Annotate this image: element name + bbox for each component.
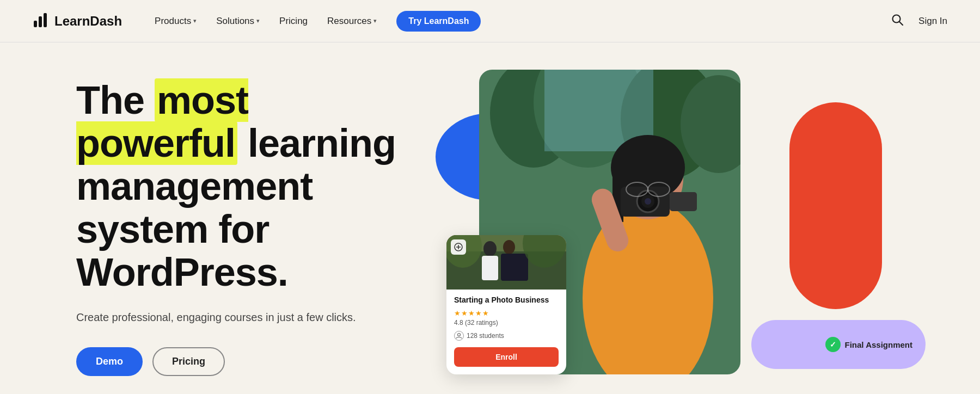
logo-icon — [33, 11, 50, 32]
nav-products[interactable]: Products ▾ — [155, 16, 197, 27]
svg-rect-0 — [34, 21, 37, 27]
svg-point-32 — [458, 334, 461, 336]
svg-rect-28 — [501, 254, 528, 281]
logo-text: LearnDash — [54, 14, 122, 29]
nav-right: Sign In — [891, 14, 947, 29]
logo[interactable]: LearnDash — [33, 11, 122, 32]
svg-rect-26 — [482, 256, 498, 280]
svg-point-19 — [645, 198, 651, 205]
check-icon: ✓ — [825, 337, 841, 352]
hero-section: The most powerful learning management sy… — [0, 42, 980, 394]
course-rating: 4.8 (32 ratings) — [454, 319, 559, 327]
enroll-button[interactable]: Enroll — [454, 347, 559, 367]
hero-buttons: Demo Pricing — [76, 347, 414, 376]
nav-try-learndash[interactable]: Try LearnDash — [396, 11, 481, 32]
signin-link[interactable]: Sign In — [918, 16, 947, 27]
svg-rect-2 — [44, 13, 47, 27]
final-assignment-badge: ✓ Final Assignment — [751, 320, 926, 369]
pricing-button[interactable]: Pricing — [152, 347, 225, 376]
navbar: LearnDash Products ▾ Solutions ▾ Pricing… — [0, 0, 980, 42]
hero-title: The most powerful learning management sy… — [76, 79, 414, 294]
course-card: Starting a Photo Business ★★★★★ 4.8 (32 … — [446, 235, 566, 374]
search-button[interactable] — [891, 14, 903, 29]
svg-line-4 — [899, 22, 903, 25]
svg-point-27 — [503, 240, 515, 254]
hero-content: The most powerful learning management sy… — [76, 79, 414, 377]
nav-resources[interactable]: Resources ▾ — [327, 16, 377, 27]
resources-chevron-icon: ▾ — [373, 17, 377, 24]
nav-solutions[interactable]: Solutions ▾ — [216, 16, 260, 27]
nav-links: Products ▾ Solutions ▾ Pricing Resources… — [155, 11, 891, 32]
blob-red — [789, 102, 882, 309]
hero-subtitle: Create professional, engaging courses in… — [76, 309, 414, 325]
course-card-logo — [451, 239, 466, 255]
nav-pricing[interactable]: Pricing — [279, 16, 308, 27]
course-card-image — [446, 235, 566, 290]
solutions-chevron-icon: ▾ — [256, 17, 260, 24]
students-icon — [454, 331, 464, 341]
svg-point-25 — [483, 241, 497, 256]
products-chevron-icon: ▾ — [193, 17, 197, 24]
demo-button[interactable]: Demo — [76, 347, 143, 376]
course-students: 128 students — [454, 331, 559, 341]
svg-rect-20 — [670, 192, 697, 211]
course-stars: ★★★★★ — [454, 309, 559, 317]
svg-rect-1 — [39, 16, 42, 27]
hero-visual: Starting a Photo Business ★★★★★ 4.8 (32 … — [436, 70, 947, 385]
course-card-body: Starting a Photo Business ★★★★★ 4.8 (32 … — [446, 290, 566, 341]
course-title: Starting a Photo Business — [454, 295, 559, 305]
